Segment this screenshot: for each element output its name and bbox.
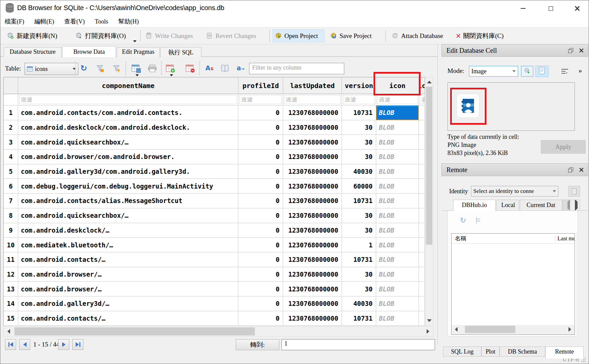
cell-overflow[interactable] [419,106,425,120]
refresh-icon[interactable]: ↻ [80,64,87,73]
tab-browse-data[interactable]: Browse Data [62,46,116,57]
cell-componentName[interactable]: com.android.browser/… [18,267,238,282]
cell-profileId[interactable]: 0 [238,252,283,267]
cell-profileId[interactable]: 0 [238,311,283,326]
last-modified-column-header[interactable]: Last mo [555,235,575,242]
column-header-componentName[interactable]: componentName [18,77,238,94]
previous-page-button[interactable] [19,339,30,350]
menu-file[interactable]: 檔案(F) [0,16,29,27]
cell-componentName[interactable]: com.android.contacts/… [18,252,238,267]
tab-current-database[interactable]: Current Dat [520,200,562,210]
cell-overflow[interactable] [419,311,425,326]
cell-overflow[interactable] [419,164,425,179]
tab-edit-pragmas[interactable]: Edit Pragmas [117,47,160,57]
cell-icon-blob[interactable]: BLOB [376,179,419,194]
cell-lastUpdated[interactable]: 1230768000000 [283,238,342,252]
cell-profileId[interactable]: 0 [238,135,283,150]
save-project-button[interactable]: Save Project [328,30,374,42]
cell-profileId[interactable]: 0 [238,179,283,194]
cell-version[interactable]: 1 [342,238,376,252]
cell-version[interactable]: 40030 [342,164,376,179]
minimize-button[interactable] [518,3,528,13]
cell-lastUpdated[interactable]: 1230768000000 [283,282,342,296]
menu-tools[interactable]: Tools [90,17,113,27]
cell-componentName[interactable]: com.android.deskclock/com.android.deskcl… [18,120,238,135]
column-header-version[interactable]: version [342,77,376,94]
clear-filters-icon[interactable] [96,64,105,74]
cell-componentName[interactable]: com.android.gallery3d/com.android.galler… [18,164,238,179]
cell-componentName[interactable]: com.android.contacts/… [18,311,238,326]
cell-profileId[interactable]: 0 [238,296,283,311]
cell-version[interactable]: 10731 [342,194,376,208]
cell-icon-blob[interactable]: BLOB [376,267,419,282]
cell-lastUpdated[interactable]: 1230768000000 [283,296,342,311]
remote-list-horizontal-scrollbar[interactable] [451,325,575,334]
row-number[interactable]: 1 [4,106,18,120]
encoding-icon[interactable]: a→ [237,64,244,72]
cell-version[interactable]: 30 [342,135,376,150]
menu-help[interactable]: 幫助(H) [114,16,143,27]
cell-lastUpdated[interactable]: 1230768000000 [283,150,342,164]
table-selector[interactable]: icons [25,63,78,75]
word-wrap-icon[interactable] [559,66,571,76]
cell-lastUpdated[interactable]: 1230768000000 [283,223,342,238]
row-number[interactable]: 13 [4,282,18,296]
cell-componentName[interactable]: com.android.gallery3d/… [18,296,238,311]
cell-overflow[interactable] [419,296,425,311]
delete-record-icon[interactable] [186,64,195,74]
cell-lastUpdated[interactable]: 1230768000000 [283,164,342,179]
filter-input-profileId[interactable]: 過濾 [238,94,283,106]
row-number[interactable]: 7 [4,194,18,208]
last-page-button[interactable] [72,339,83,350]
grid-horizontal-scrollbar[interactable] [3,326,433,336]
cell-version[interactable]: 30 [342,223,376,238]
row-number[interactable]: 9 [4,223,18,238]
goto-button[interactable]: 轉到: [236,339,279,350]
float-panel-icon[interactable] [568,48,573,53]
cell-profileId[interactable]: 0 [238,120,283,135]
cell-componentName[interactable]: com.mediatek.bluetooth/… [18,238,238,252]
cell-icon-blob[interactable]: BLOB [376,296,419,311]
row-number[interactable]: 15 [4,311,18,326]
row-number[interactable]: 10 [4,238,18,252]
cell-version[interactable]: 30 [342,267,376,282]
panel-splitter[interactable] [437,44,438,345]
close-database-button[interactable]: ✕ 關閉資料庫(C) [454,30,506,42]
encoding-book-icon[interactable] [221,64,229,74]
grid-corner[interactable] [4,77,18,94]
first-page-button[interactable] [5,339,16,350]
tab-local[interactable]: Local [496,200,519,210]
tab-scroll-right-icon[interactable] [570,200,580,210]
save-table-icon[interactable] [131,64,141,74]
goto-row-input[interactable]: 1 [281,339,435,350]
cell-componentName[interactable]: com.android.browser/com.android.browser. [18,150,238,164]
row-number[interactable]: 2 [4,120,18,135]
row-number[interactable]: 6 [4,179,18,194]
cell-lastUpdated[interactable]: 1230768000000 [283,106,342,120]
text-mode-button[interactable] [535,66,549,77]
filter-input-componentName[interactable]: 過濾 [18,94,238,106]
clone-database-button[interactable] [568,186,580,197]
apply-button[interactable]: Apply [541,140,586,154]
maximize-button[interactable] [545,3,556,13]
row-number[interactable]: 3 [4,135,18,150]
attach-database-button[interactable]: Attach Database [390,30,445,42]
remote-refresh-icon[interactable]: ↻ [460,216,466,225]
cell-overflow[interactable] [419,120,425,135]
open-database-dropdown-icon[interactable] [133,40,136,42]
filter-input-lastUpdated[interactable]: 過濾 [283,94,342,106]
cell-lastUpdated[interactable]: 1230768000000 [283,252,342,267]
cell-overflow[interactable] [419,282,425,296]
row-number[interactable]: 14 [4,296,18,311]
save-filter-icon[interactable] [112,64,121,74]
cell-overflow[interactable] [419,179,425,194]
row-number[interactable]: 12 [4,267,18,282]
import-data-button[interactable] [521,66,533,77]
row-number[interactable]: 8 [4,208,18,223]
scroll-right-icon[interactable] [566,326,574,333]
name-column-header[interactable]: 名稱 [451,235,555,242]
cell-componentName[interactable]: com.android.quicksearchbox/… [18,208,238,223]
tab-execute-sql[interactable]: 執行 SQL [160,47,201,57]
open-database-button[interactable]: 打開資料庫(O) [74,30,128,42]
toolbar-overflow-icon[interactable]: » [579,67,582,75]
